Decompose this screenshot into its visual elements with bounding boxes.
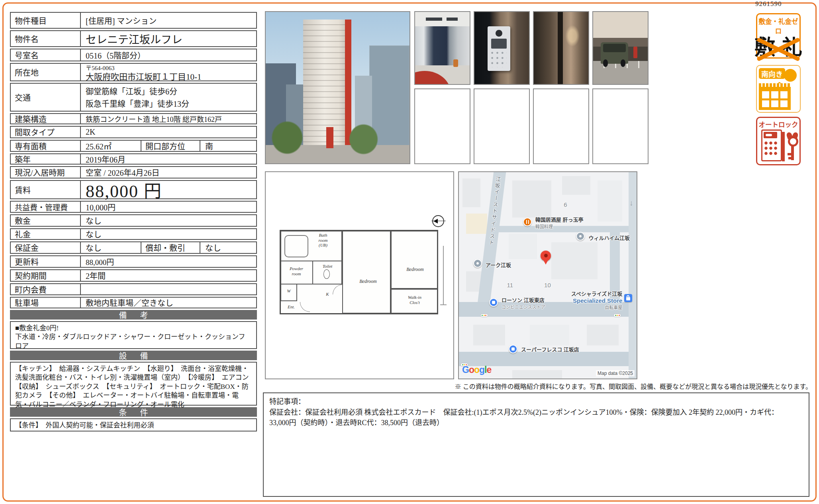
bathtub-icon <box>284 235 308 257</box>
row-value: なし <box>81 242 141 253</box>
photo-placeholder <box>592 88 649 164</box>
badge-no-deposit-title: 敷金・礼金ゼロ <box>757 16 799 35</box>
entrance-detail-photo <box>534 12 588 84</box>
poi-label: アーク江坂 <box>486 261 511 269</box>
map-copyright: Map data ©2025 <box>596 370 635 377</box>
photo-thumb-entrance-detail <box>533 11 589 85</box>
row-value: 2K <box>81 127 256 137</box>
poi-name: ローソン 江坂東店 <box>502 297 545 303</box>
table-row: 物件種目 [住居用] マンション <box>10 12 257 29</box>
sun-icon <box>784 69 797 82</box>
row-label: 現況/入居時期 <box>11 167 81 178</box>
row-value: 2019年06月 <box>81 154 256 164</box>
key-icon <box>787 132 799 161</box>
poi-label: スペシャライズド江坂 Specialized Store 自転車屋 <box>571 290 623 310</box>
poi-name: 韓国居酒屋 肝っ玉亭 <box>535 217 584 223</box>
row-label: 物件名 <box>11 31 81 46</box>
room-label-bedroom: Bedroom <box>401 267 429 273</box>
crossed-out-deposit-icon: 敷 礼 <box>757 36 799 59</box>
row-value-2: 南 <box>200 141 256 151</box>
traffic-light-icon <box>480 314 488 317</box>
disclaimer-text: ※ この資料は物件の概略紹介資料になります。写真、間取図面、設備、概要などが現況… <box>455 381 812 391</box>
google-logo: Google <box>462 365 491 375</box>
balcony-line <box>443 246 444 305</box>
photo-thumb-parking <box>592 11 649 85</box>
rent-value: 88,000 円 <box>81 181 256 198</box>
row-label-2: 開口部方位 <box>141 141 200 151</box>
poi-subtitle: Specialized Store <box>571 297 623 304</box>
row-value: なし <box>81 229 256 239</box>
row-label: 駐車場 <box>11 298 81 308</box>
row-value: 鉄筋コンクリート造 地上10階 総戸数162戸 <box>81 114 256 124</box>
poi-label: ローソン 江坂東店 コンビニエンスストア <box>502 296 545 310</box>
traffic-light-icon <box>613 314 621 317</box>
row-value: 88,000円 <box>81 256 256 267</box>
table-row: 町内会費 <box>10 283 257 295</box>
intercom-icon <box>761 129 782 161</box>
place-pin-icon <box>473 259 482 268</box>
compass-icon <box>432 215 444 227</box>
badge-no-deposit: 敷金・礼金ゼロ 敷 礼 <box>756 13 801 59</box>
joken-text: 【条件】 外国人契約可能・保証会社利用必須 <box>10 418 257 431</box>
row-value: 〒564-0063 大阪府吹田市江坂町１丁目10-1 <box>81 64 256 80</box>
place-pin-icon <box>576 232 585 241</box>
row-label: 交通 <box>11 84 81 111</box>
table-row: 保証金 なし 償却・敷引 なし <box>10 241 257 254</box>
supermarket-pin-icon <box>509 345 517 353</box>
photo-thumb-hallway <box>414 11 470 85</box>
row-label: 築年 <box>11 154 81 164</box>
poi-name: スペシャライズド江坂 <box>571 290 623 297</box>
row-label: 所在地 <box>11 64 81 80</box>
poi-category: コンビニエンスストア <box>502 305 545 310</box>
property-location-pin-icon <box>541 251 551 261</box>
property-table: 物件種目 [住居用] マンション 物件名 セレニテ江坂ルフレ 号室名 0516（… <box>10 12 257 433</box>
room-label-powder: Powder room <box>282 266 310 276</box>
table-row: 契約期間 2年間 <box>10 269 257 282</box>
row-value: 25.62㎡ <box>81 141 141 151</box>
photo-placeholder <box>414 88 470 164</box>
row-label: 敷金 <box>11 215 81 226</box>
table-row: 築年 2019年06月 <box>10 153 257 165</box>
building-exterior-photo <box>266 12 410 163</box>
south-facing-label: 南向き <box>759 68 785 79</box>
table-row: 建築構造 鉄筋コンクリート造 地上10階 総戸数162戸 <box>10 113 257 124</box>
row-label: 間取タイプ <box>11 127 81 137</box>
toilet-icon <box>323 269 330 279</box>
row-label: 礼金 <box>11 229 81 239</box>
row-label: 町内会費 <box>11 284 81 294</box>
parking-photo <box>593 12 648 84</box>
table-row: 専有面積 25.62㎡ 開口部方位 南 <box>10 140 257 152</box>
row-value: 敷地内駐車場／空きなし <box>81 298 256 308</box>
poi-category: 自転車屋 <box>571 304 623 310</box>
row-value: 0516（5階部分） <box>81 49 256 61</box>
row-value-2: なし <box>200 242 256 253</box>
room-label-closet: Walk-in Clos't <box>402 295 427 305</box>
table-row: 交通 御堂筋線「江坂」徒歩6分 阪急千里線「豊津」徒歩13分 <box>10 83 257 112</box>
row-label: 専有面積 <box>11 141 81 151</box>
postal-code: 〒564-0063 <box>86 65 256 72</box>
row-label: 賃料 <box>11 181 81 198</box>
oneway-arrow-icon: ↓ <box>629 199 633 208</box>
room-label-washer: W <box>285 288 293 294</box>
section-bar-biko: 備 考 <box>10 310 257 320</box>
table-row: 所在地 〒564-0063 大阪府吹田市江坂町１丁目10-1 <box>10 63 257 81</box>
room-label-kitchen: K <box>321 292 333 297</box>
row-label: 建築構造 <box>11 114 81 124</box>
row-label: 更新料 <box>11 256 81 267</box>
row-value: 10,000円 <box>81 202 256 212</box>
road <box>459 352 637 366</box>
floorplan-panel: Bath room (UB) Powder room Toilet W Ent.… <box>265 171 454 379</box>
poi-label: 韓国居酒屋 肝っ玉亭 韓国料理 <box>535 216 584 229</box>
special-notes-box: 特記事項： 保証会社：保証会社利用必須 株式会社エポスカード 保証会社:(1)エ… <box>263 392 809 497</box>
doc-number: 9261590 <box>755 0 782 8</box>
flyer-page: 9261590 物件種目 [住居用] マンション 物件名 セレニテ江坂ルフレ 号… <box>0 0 819 504</box>
bike-shop-pin-icon <box>624 294 632 302</box>
map-panel: 江坂イーストサイドスト 6 11 10 韓国居酒屋 肝っ玉亭 韓国料理 アーク江… <box>458 171 637 379</box>
row-value: 空室 / 2026年4月26日 <box>81 167 256 178</box>
photo-placeholder <box>533 88 589 164</box>
entrance-hall-photo <box>415 12 470 84</box>
poi-label: ウィルハイム江坂 <box>589 234 630 241</box>
convenience-store-pin-icon <box>489 298 498 307</box>
property-name: セレニテ江坂ルフレ <box>81 31 256 46</box>
badge-auto-lock: オートロック <box>756 117 801 165</box>
